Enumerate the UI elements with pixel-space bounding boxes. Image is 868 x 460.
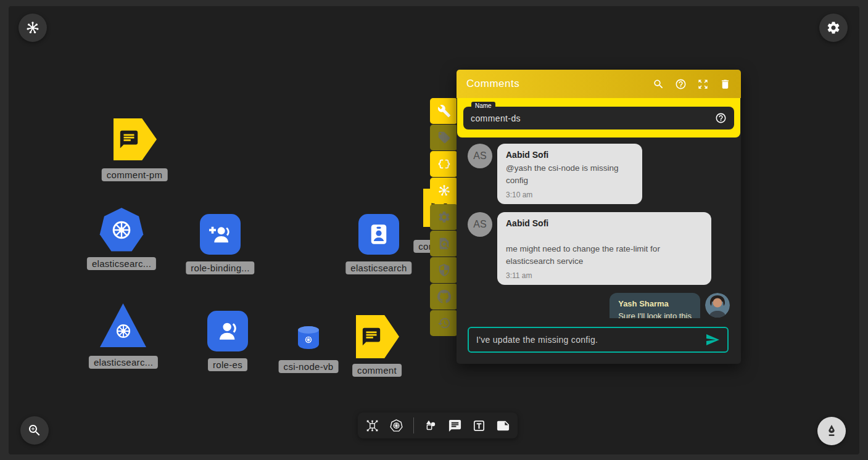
node-label-elasticsearc-1[interactable]: elasticsearc... [87, 257, 156, 270]
comment-icon [118, 129, 139, 150]
gear-icon [437, 210, 451, 224]
note-icon[interactable] [496, 419, 510, 433]
kanvas-button[interactable] [430, 178, 458, 203]
user-icon [215, 319, 240, 343]
name-input[interactable] [471, 113, 715, 123]
node-elasticsearc-2[interactable] [100, 303, 146, 347]
message-text: me might need to change the rate-limit f… [506, 243, 703, 267]
shapes-icon[interactable] [424, 419, 438, 433]
history-button[interactable] [430, 310, 458, 336]
json-button[interactable] [430, 151, 458, 177]
kubernetes-wheel-icon [304, 335, 313, 345]
chat-input-row [457, 318, 741, 364]
toolbar-divider [413, 417, 414, 433]
message-author: Aabid Sofi [506, 150, 634, 160]
node-label-role-binding[interactable]: role-binding... [186, 261, 254, 274]
name-section: Name [457, 98, 740, 138]
avatar-photo [705, 293, 730, 318]
settings-icon [826, 20, 841, 35]
help-icon[interactable] [675, 78, 687, 90]
node-comment[interactable] [356, 315, 399, 358]
circuit-icon[interactable] [365, 419, 379, 433]
kubernetes-wheel-icon [108, 216, 135, 244]
configure-button[interactable] [430, 98, 458, 124]
flower-icon [25, 20, 40, 35]
delete-icon[interactable] [719, 78, 731, 90]
node-elasticsearch[interactable] [358, 214, 399, 255]
node-label-elasticsearch[interactable]: elasticsearch [345, 261, 411, 274]
shape-toolbar [358, 413, 518, 438]
history-icon [437, 316, 451, 330]
message: AS Aabid Sofi @yash the csi-node is miss… [468, 144, 730, 204]
node-label-comment-pm[interactable]: comment-pm [102, 168, 168, 181]
zoom-in-button[interactable] [20, 416, 49, 445]
message-list[interactable]: AS Aabid Sofi @yash the csi-node is miss… [457, 138, 741, 318]
node-action-toolbar [430, 98, 458, 336]
avatar: AS [468, 144, 492, 168]
pen-tool-button[interactable] [817, 417, 846, 445]
name-field-label: Name [471, 102, 495, 110]
text-icon[interactable] [472, 419, 486, 433]
message-time: 3:10 am [506, 191, 634, 199]
tag-icon [437, 131, 451, 144]
message-time: 3:11 am [506, 271, 703, 280]
node-label-csi-node-vb[interactable]: csi-node-vb [279, 360, 339, 373]
message-author: Yash Sharma [618, 299, 692, 308]
send-icon[interactable] [705, 332, 720, 347]
cylinder-lid [298, 326, 319, 334]
flower-icon [437, 184, 451, 197]
braces-icon [437, 157, 451, 171]
panel-title: Comments [466, 78, 519, 90]
kubernetes-wheel-icon [113, 321, 134, 342]
zoom-in-icon [27, 423, 42, 438]
message-text: @yash the csi-node is missing config [506, 162, 634, 186]
node-csi-node-vb[interactable] [298, 326, 319, 349]
message-author: Aabid Sofi [506, 218, 703, 228]
comment-input[interactable] [476, 335, 705, 345]
comment-icon[interactable] [448, 419, 462, 433]
node-comment-pm[interactable] [114, 118, 157, 160]
comments-panel: Comments Name AS Aabid Sofi @yash the cs… [457, 70, 741, 364]
id-badge-icon [366, 221, 392, 247]
node-role-es[interactable] [207, 311, 248, 351]
pen-icon [824, 424, 839, 438]
shield-icon [437, 263, 451, 277]
avatar: AS [468, 212, 492, 237]
settings-tile-button[interactable] [430, 204, 458, 230]
node-role-binding[interactable] [200, 214, 241, 255]
github-icon [437, 290, 451, 303]
kubernetes-icon[interactable] [389, 419, 403, 433]
message: Yash Sharma Sure I'll look into this 3:2… [468, 293, 730, 318]
node-label-elasticsearc-2[interactable]: elasticsearc... [89, 356, 158, 369]
node-label-role-es[interactable]: role-es [208, 358, 247, 371]
tag-button[interactable] [430, 125, 458, 150]
add-user-icon [208, 222, 233, 247]
settings-button[interactable] [819, 14, 848, 42]
expand-icon[interactable] [697, 78, 709, 90]
node-label-comment[interactable]: comment [352, 364, 402, 377]
comments-panel-header[interactable]: Comments [457, 70, 741, 98]
github-button[interactable] [430, 284, 458, 310]
comment-icon [361, 326, 382, 347]
help-icon[interactable] [715, 112, 727, 124]
wrench-icon [437, 104, 451, 118]
message-text: Sure I'll look into this [618, 311, 692, 318]
security-button[interactable] [430, 257, 458, 283]
app-menu-button[interactable] [19, 14, 47, 42]
inspect-doc-button[interactable] [430, 231, 458, 257]
message: AS Aabid Sofi me might need to change th… [468, 212, 730, 285]
node-elasticsearc-1[interactable] [99, 208, 144, 252]
doc-search-icon [437, 237, 451, 250]
search-icon[interactable] [653, 78, 664, 90]
